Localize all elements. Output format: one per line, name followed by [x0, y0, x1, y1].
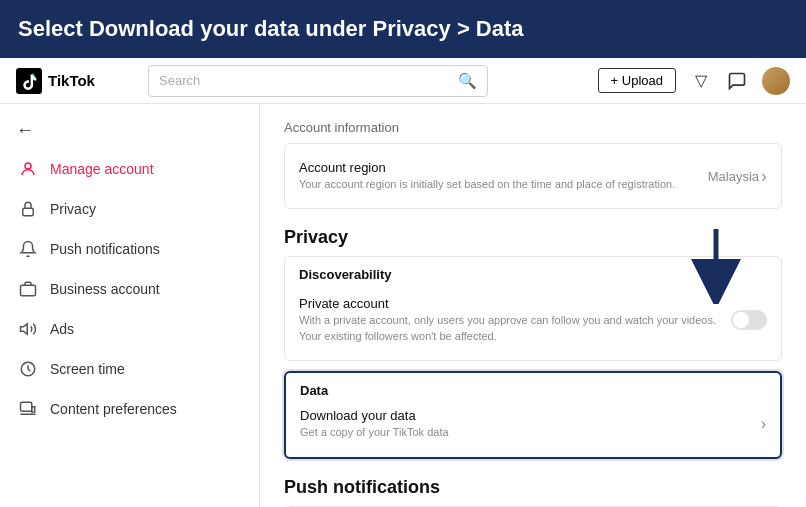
business-icon [18, 279, 38, 299]
account-region-text: Malaysia [708, 169, 759, 184]
sidebar-label-content-preferences: Content preferences [50, 401, 177, 417]
download-data-left: Download your data Get a copy of your Ti… [300, 408, 753, 440]
svg-point-1 [25, 163, 31, 169]
content-preferences-icon [18, 399, 38, 419]
account-region-row[interactable]: Account region Your account region is in… [299, 154, 767, 198]
private-account-sub: With a private account, only users you a… [299, 313, 731, 344]
account-info-section: Account information Account region Your … [284, 120, 782, 209]
svg-rect-8 [21, 402, 32, 411]
back-icon: ← [16, 120, 34, 140]
nav-right: + Upload ▽ [598, 67, 790, 95]
sidebar-label-privacy: Privacy [50, 201, 96, 217]
private-account-left: Private account With a private account, … [299, 296, 731, 344]
account-region-sub: Your account region is initially set bas… [299, 177, 708, 192]
download-data-sub: Get a copy of your TikTok data [300, 425, 753, 440]
account-info-label: Account information [284, 120, 782, 135]
search-bar[interactable]: Search 🔍 [148, 65, 488, 97]
sidebar-item-ads[interactable]: Ads [0, 309, 259, 349]
data-heading: Data [300, 383, 766, 398]
download-data-chevron-icon: › [761, 415, 766, 433]
download-data-row[interactable]: Download your data Get a copy of your Ti… [300, 402, 766, 446]
account-region-value: Malaysia › [708, 166, 767, 187]
sidebar-label-screen-time: Screen time [50, 361, 125, 377]
sidebar-item-business-account[interactable]: Business account [0, 269, 259, 309]
tiktok-logo-icon [16, 68, 42, 94]
avatar[interactable] [762, 67, 790, 95]
svg-rect-2 [23, 208, 34, 216]
svg-line-6 [24, 363, 25, 365]
main-layout: ← Manage account Privacy [0, 104, 806, 507]
sidebar-item-push-notifications[interactable]: Push notifications [0, 229, 259, 269]
annotation-text: Select Download your data under Privacy … [18, 15, 524, 44]
sidebar: ← Manage account Privacy [0, 104, 260, 507]
inbox-icon[interactable] [726, 70, 748, 92]
sidebar-item-manage-account[interactable]: Manage account [0, 149, 259, 189]
private-account-toggle[interactable] [731, 310, 767, 330]
sidebar-item-privacy[interactable]: Privacy [0, 189, 259, 229]
push-notifications-section: Push notifications Desktop notifications… [284, 477, 782, 507]
upload-button[interactable]: + Upload [598, 68, 676, 93]
chevron-right-icon: › [761, 166, 767, 187]
privacy-icon [18, 199, 38, 219]
sidebar-label-manage-account: Manage account [50, 161, 154, 177]
push-notif-heading: Push notifications [284, 477, 782, 498]
account-region-title: Account region [299, 160, 708, 175]
back-button[interactable]: ← [0, 112, 259, 149]
logo-label: TikTok [48, 72, 95, 89]
content-area: Account information Account region Your … [260, 104, 806, 507]
account-region-card: Account region Your account region is in… [284, 143, 782, 209]
svg-marker-4 [21, 324, 28, 335]
private-account-title: Private account [299, 296, 731, 311]
data-card: Data Download your data Get a copy of yo… [284, 371, 782, 458]
svg-rect-3 [21, 285, 36, 296]
svg-line-7 [32, 363, 33, 365]
account-region-left: Account region Your account region is in… [299, 160, 708, 192]
search-icon: 🔍 [458, 72, 477, 90]
sidebar-item-screen-time[interactable]: Screen time [0, 349, 259, 389]
annotation-banner: Select Download your data under Privacy … [0, 0, 806, 58]
sidebar-item-content-preferences[interactable]: Content preferences [0, 389, 259, 429]
sidebar-label-business-account: Business account [50, 281, 160, 297]
screen-time-icon [18, 359, 38, 379]
sidebar-label-push-notifications: Push notifications [50, 241, 160, 257]
upload-label: + Upload [611, 73, 663, 88]
sidebar-label-ads: Ads [50, 321, 74, 337]
notifications-icon [18, 239, 38, 259]
manage-account-icon [18, 159, 38, 179]
ads-icon [18, 319, 38, 339]
topnav: TikTok Search 🔍 + Upload ▽ [0, 58, 806, 104]
download-data-title: Download your data [300, 408, 753, 423]
filter-icon[interactable]: ▽ [690, 70, 712, 92]
logo[interactable]: TikTok [16, 68, 136, 94]
search-placeholder: Search [159, 73, 200, 88]
arrow-overlay [686, 224, 746, 308]
